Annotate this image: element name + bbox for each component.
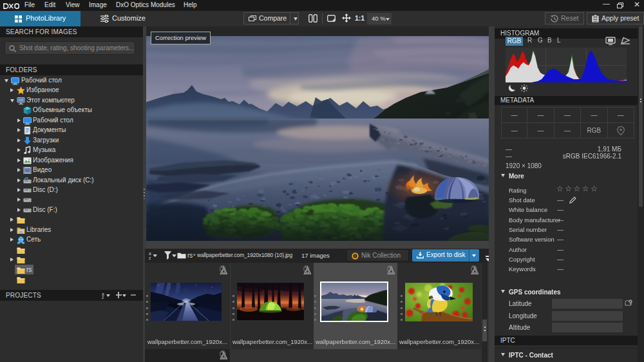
svg-text:z: z bbox=[102, 295, 104, 299]
svg-text:z: z bbox=[149, 256, 151, 260]
